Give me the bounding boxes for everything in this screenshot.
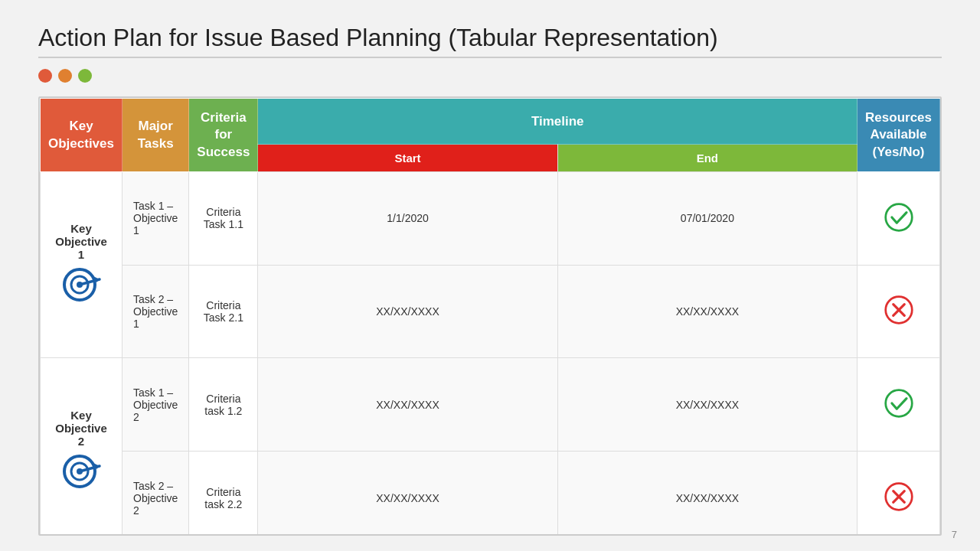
page: Action Plan for Issue Based Planning (Ta…: [0, 0, 980, 551]
criteria-cell: Criteria task 2.2: [189, 452, 258, 536]
resource-cell: [858, 452, 940, 536]
objective-cell-2: Key Objective 2: [41, 358, 122, 536]
task-cell: Task 1 – Objective 1: [122, 171, 189, 265]
th-criteria: Criteria for Success: [189, 99, 258, 171]
divider: [38, 57, 942, 58]
task-cell: Task 2 – Objective 2: [122, 452, 189, 536]
criteria-cell: Criteria Task 1.1: [189, 171, 258, 265]
criteria-cell: Criteria task 1.2: [189, 358, 258, 452]
start-date-cell: 1/1/2020: [258, 171, 557, 265]
table-row: Task 2 – Objective 1Criteria Task 2.1XX/…: [41, 265, 940, 358]
table-body: Key Objective 1 Task 1 – Objective 1Crit…: [41, 171, 940, 536]
th-timeline: Timeline: [258, 99, 858, 145]
page-title: Action Plan for Issue Based Planning (Ta…: [38, 23, 942, 52]
dot-red: [38, 69, 52, 83]
th-resources: Resources Available (Yes/No): [858, 99, 940, 171]
table-row: Key Objective 1 Task 1 – Objective 1Crit…: [41, 171, 940, 265]
end-date-cell: 07/01/2020: [557, 171, 857, 265]
resource-cell: [858, 265, 940, 358]
table-row: Key Objective 2 Task 1 – Objective 2Crit…: [41, 358, 940, 452]
start-date-cell: XX/XX/XXXX: [258, 265, 557, 358]
th-tasks: Major Tasks: [122, 99, 189, 171]
table-row: Task 2 – Objective 2Criteria task 2.2XX/…: [41, 452, 940, 536]
svg-point-14: [885, 390, 912, 417]
task-cell: Task 2 – Objective 1: [122, 265, 189, 358]
table-wrapper: Key Objectives Major Tasks Criteria for …: [38, 96, 942, 536]
criteria-cell: Criteria Task 2.1: [189, 265, 258, 358]
dot-orange: [58, 69, 72, 83]
end-date-cell: XX/XX/XXXX: [557, 452, 857, 536]
start-date-cell: XX/XX/XXXX: [258, 358, 557, 452]
th-start: Start: [258, 145, 557, 171]
dot-green: [78, 69, 92, 83]
task-cell: Task 1 – Objective 2: [122, 358, 189, 452]
objective-label: Key Objective 2: [51, 409, 111, 448]
th-objectives: Key Objectives: [41, 99, 122, 171]
end-date-cell: XX/XX/XXXX: [557, 358, 857, 452]
main-table: Key Objectives Major Tasks Criteria for …: [40, 98, 940, 536]
resource-cell: [858, 171, 940, 265]
start-date-cell: XX/XX/XXXX: [258, 452, 557, 536]
dot-group: [38, 69, 942, 83]
page-number: 7: [952, 529, 957, 540]
th-end: End: [557, 145, 857, 171]
end-date-cell: XX/XX/XXXX: [557, 265, 857, 358]
objective-cell-1: Key Objective 1: [41, 171, 122, 358]
resource-cell: [858, 358, 940, 452]
objective-label: Key Objective 1: [51, 222, 111, 261]
svg-point-5: [885, 204, 912, 230]
header-row: Key Objectives Major Tasks Criteria for …: [41, 99, 940, 145]
